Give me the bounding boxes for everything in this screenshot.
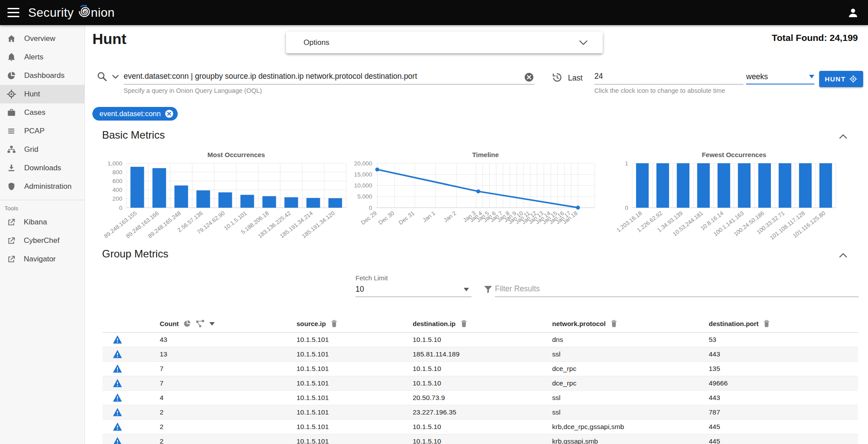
- column-header-destination.port[interactable]: destination.port: [709, 316, 858, 332]
- cell-network.protocol[interactable]: krb,gssapi,smb: [552, 434, 709, 444]
- row-actions-cell[interactable]: [103, 434, 160, 444]
- cell-Count[interactable]: 43: [160, 332, 297, 347]
- cell-Count[interactable]: 7: [160, 376, 297, 390]
- cell-destination.ip[interactable]: 20.50.73.9: [413, 390, 552, 405]
- column-header-network.protocol[interactable]: network.protocol: [552, 316, 709, 332]
- menu-toggle-icon[interactable]: [7, 8, 19, 17]
- table-row[interactable]: 4310.1.5.10110.1.5.10dns53: [103, 332, 858, 347]
- sidebar-item-dashboards[interactable]: Dashboards: [0, 66, 84, 85]
- cell-network.protocol[interactable]: ssl: [552, 405, 709, 419]
- sidebar-item-hunt[interactable]: Hunt: [0, 85, 84, 103]
- time-unit-select[interactable]: weeks: [746, 70, 814, 84]
- cell-Count[interactable]: 2: [160, 434, 297, 444]
- cell-source.ip[interactable]: 10.1.5.101: [297, 434, 413, 444]
- cell-source.ip[interactable]: 10.1.5.101: [297, 390, 413, 405]
- cell-destination.ip[interactable]: 185.81.114.189: [413, 347, 552, 361]
- sidebar-item-overview[interactable]: Overview: [0, 29, 84, 48]
- column-header-destination.ip[interactable]: destination.ip: [413, 316, 552, 332]
- table-row[interactable]: 410.1.5.10120.50.73.9ssl443: [103, 390, 858, 405]
- cell-destination.port[interactable]: 53: [709, 332, 858, 347]
- cell-network.protocol[interactable]: dce_rpc: [552, 361, 709, 376]
- cell-destination.port[interactable]: 787: [709, 405, 858, 419]
- cell-destination.ip[interactable]: 10.1.5.10: [413, 332, 552, 347]
- delete-column-icon[interactable]: [763, 319, 770, 328]
- cell-source.ip[interactable]: 10.1.5.101: [297, 361, 413, 376]
- table-row[interactable]: 210.1.5.10110.1.5.10krb,gssapi,smb445: [103, 434, 858, 444]
- cell-Count[interactable]: 13: [160, 347, 297, 361]
- cell-destination.port[interactable]: 49666: [709, 376, 858, 390]
- cell-source.ip[interactable]: 10.1.5.101: [297, 347, 413, 361]
- query-dropdown-icon[interactable]: [112, 74, 119, 80]
- caret-down-icon[interactable]: [209, 322, 215, 326]
- relative-time-icon[interactable]: [551, 72, 563, 83]
- cell-network.protocol[interactable]: krb,dce_rpc,gssapi,smb: [552, 419, 709, 434]
- sidebar-tool-navigator[interactable]: Navigator: [0, 250, 84, 268]
- row-actions-cell[interactable]: [103, 419, 160, 434]
- clear-query-icon[interactable]: [524, 72, 534, 82]
- sidebar-tool-cyberchef[interactable]: CyberChef: [0, 231, 84, 250]
- cell-source.ip[interactable]: 10.1.5.101: [297, 332, 413, 347]
- group-graph-icon[interactable]: [196, 319, 205, 328]
- row-actions-cell[interactable]: [103, 390, 160, 405]
- collapse-basic-icon[interactable]: [839, 134, 847, 139]
- sidebar-item-grid[interactable]: Grid: [0, 140, 84, 159]
- sidebar-tool-kibana[interactable]: Kibana: [0, 213, 84, 231]
- collapse-group-icon[interactable]: [839, 253, 847, 258]
- table-row[interactable]: 710.1.5.10110.1.5.10dce_rpc135: [103, 361, 858, 376]
- duration-input[interactable]: [594, 70, 743, 84]
- cell-destination.port[interactable]: 445: [709, 419, 858, 434]
- filter-results-input[interactable]: [495, 283, 859, 297]
- cell-Count[interactable]: 4: [160, 390, 297, 405]
- sidebar-item-downloads[interactable]: Downloads: [0, 159, 84, 177]
- cell-destination.port[interactable]: 445: [709, 434, 858, 444]
- table-row[interactable]: 1310.1.5.101185.81.114.189ssl443: [103, 347, 858, 361]
- sidebar-item-label: PCAP: [24, 127, 44, 136]
- cell-Count[interactable]: 7: [160, 361, 297, 376]
- row-actions-cell[interactable]: [103, 405, 160, 419]
- delete-column-icon[interactable]: [610, 319, 618, 328]
- cell-Count[interactable]: 2: [160, 419, 297, 434]
- row-actions-cell[interactable]: [103, 376, 160, 390]
- column-header-source.ip[interactable]: source.ip: [297, 316, 413, 332]
- query-input[interactable]: [124, 70, 535, 84]
- cell-network.protocol[interactable]: ssl: [552, 347, 709, 361]
- bar: [307, 198, 320, 208]
- cell-destination.port[interactable]: 443: [709, 390, 858, 405]
- cell-destination.port[interactable]: 135: [709, 361, 858, 376]
- table-row[interactable]: 710.1.5.10110.1.5.10dce_rpc49666: [103, 376, 858, 390]
- cell-destination.ip[interactable]: 23.227.196.35: [413, 405, 552, 419]
- sidebar-item-cases[interactable]: Cases: [0, 103, 84, 122]
- cell-network.protocol[interactable]: ssl: [552, 390, 709, 405]
- sidebar-item-pcap[interactable]: PCAP: [0, 122, 84, 140]
- row-actions-cell[interactable]: [103, 332, 160, 347]
- cell-network.protocol[interactable]: dns: [552, 332, 709, 347]
- fetch-limit-select[interactable]: 10: [355, 284, 472, 297]
- cell-destination.port[interactable]: 443: [709, 347, 858, 361]
- delete-column-icon[interactable]: [330, 319, 338, 328]
- row-actions-cell[interactable]: [103, 347, 160, 361]
- chip-remove-icon[interactable]: [165, 109, 174, 118]
- cell-source.ip[interactable]: 10.1.5.101: [297, 376, 413, 390]
- cell-source.ip[interactable]: 10.1.5.101: [297, 419, 413, 434]
- cell-destination.ip[interactable]: 10.1.5.10: [413, 419, 552, 434]
- cell-Count[interactable]: 2: [160, 405, 297, 419]
- cell-destination.ip[interactable]: 10.1.5.10: [413, 434, 552, 444]
- filter-chip[interactable]: event.dataset:conn: [92, 107, 178, 121]
- column-header-Count[interactable]: Count: [160, 316, 297, 332]
- svg-text:Timeline: Timeline: [472, 151, 499, 158]
- options-panel[interactable]: Options: [286, 32, 603, 53]
- bar: [219, 192, 232, 208]
- sidebar-item-administration[interactable]: Administration: [0, 177, 84, 196]
- row-actions-cell[interactable]: [103, 361, 160, 376]
- user-menu-button[interactable]: [847, 7, 859, 19]
- cell-destination.ip[interactable]: 10.1.5.10: [413, 361, 552, 376]
- table-row[interactable]: 210.1.5.10110.1.5.10krb,dce_rpc,gssapi,s…: [103, 419, 858, 434]
- table-row[interactable]: 210.1.5.10123.227.196.35ssl787: [103, 405, 858, 419]
- cell-source.ip[interactable]: 10.1.5.101: [297, 405, 413, 419]
- delete-column-icon[interactable]: [460, 319, 468, 328]
- cell-network.protocol[interactable]: dce_rpc: [552, 376, 709, 390]
- hunt-button[interactable]: HUNT: [819, 71, 863, 87]
- cell-destination.ip[interactable]: 10.1.5.10: [413, 376, 552, 390]
- pie-chart-icon[interactable]: [183, 319, 191, 328]
- sidebar-item-alerts[interactable]: Alerts: [0, 48, 84, 66]
